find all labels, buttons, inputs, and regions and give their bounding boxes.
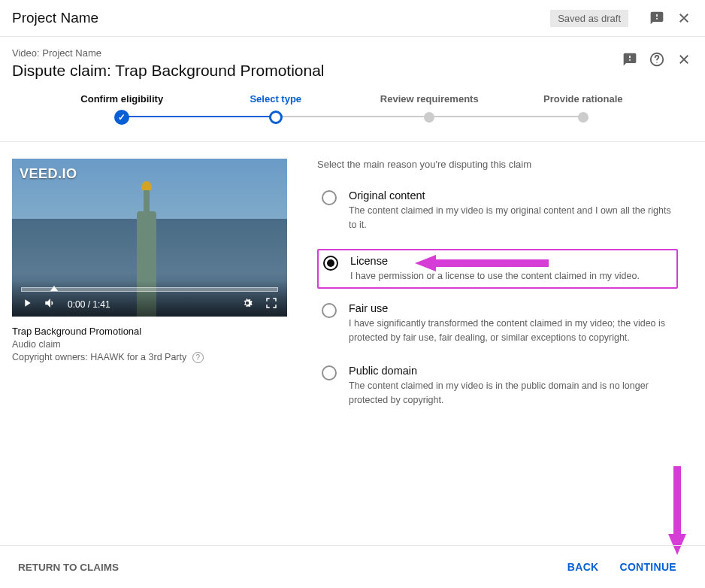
svg-point-1	[656, 62, 657, 62]
option-title: Public domain	[349, 365, 673, 377]
radio-icon[interactable]	[323, 256, 338, 271]
claim-type: Audio claim	[12, 339, 287, 350]
annotation-arrow-icon	[413, 253, 549, 273]
step-circle-icon	[578, 112, 589, 123]
option-desc: I have significantly transformed the con…	[349, 317, 673, 345]
video-controls: 0:00 / 1:41	[12, 280, 287, 317]
step-label: Provide rationale	[543, 93, 622, 105]
step-confirm-eligibility[interactable]: Confirm eligibility	[45, 93, 199, 125]
video-watermark: VEED.IO	[20, 166, 77, 182]
step-line	[276, 116, 430, 117]
step-select-type[interactable]: Select type	[199, 93, 353, 124]
option-fair-use[interactable]: Fair use I have significantly transforme…	[317, 299, 678, 348]
option-license[interactable]: License I have permission or a license t…	[317, 249, 678, 289]
project-title: Project Name	[12, 10, 550, 26]
option-title: Original content	[349, 189, 673, 202]
step-line	[429, 116, 583, 117]
video-title: Trap Background Promotional	[12, 326, 287, 337]
footer: RETURN TO CLAIMS BACK CONTINUE	[0, 545, 705, 588]
step-circle-done-icon	[114, 110, 129, 125]
top-bar: Project Name Saved as draft	[0, 0, 705, 37]
reasons-prompt: Select the main reason you're disputing …	[317, 159, 678, 170]
back-button[interactable]: BACK	[557, 555, 610, 579]
volume-icon[interactable]	[44, 296, 57, 312]
video-player[interactable]: VEED.IO 0:00 / 1:41	[12, 159, 287, 317]
step-review-requirements: Review requirements	[352, 93, 507, 123]
copyright-owners: Copyright owners: HAAWK for a 3rd Party …	[12, 352, 287, 363]
stepper: Confirm eligibility Select type Review r…	[0, 80, 705, 142]
continue-button[interactable]: CONTINUE	[609, 555, 687, 579]
progress-knob-icon[interactable]	[50, 286, 58, 291]
close-icon[interactable]	[675, 50, 693, 68]
reasons-column: Select the main reason you're disputing …	[317, 159, 693, 423]
option-desc: The content claimed in my video is in th…	[349, 379, 673, 408]
step-circle-active-icon	[269, 111, 283, 124]
video-column: VEED.IO 0:00 / 1:41 Trap Background Prom…	[12, 159, 287, 423]
help-icon[interactable]: ?	[192, 352, 204, 363]
close-icon[interactable]	[675, 9, 693, 27]
video-progress-bar[interactable]	[21, 287, 278, 292]
step-provide-rationale: Provide rationale	[507, 93, 661, 123]
play-icon[interactable]	[21, 297, 33, 311]
video-time: 0:00 / 1:41	[68, 299, 110, 310]
radio-icon[interactable]	[322, 190, 337, 205]
radio-icon[interactable]	[322, 303, 337, 318]
option-title: Fair use	[349, 302, 673, 314]
step-label: Select type	[250, 93, 301, 105]
content: VEED.IO 0:00 / 1:41 Trap Background Prom…	[0, 142, 705, 423]
annotation-arrow-icon	[666, 466, 688, 555]
settings-icon[interactable]	[241, 296, 254, 312]
fullscreen-icon[interactable]	[265, 296, 278, 312]
feedback-icon[interactable]	[621, 50, 639, 68]
page-title: Dispute claim: Trap Background Promotion…	[12, 62, 612, 80]
option-original-content[interactable]: Original content The content claimed in …	[317, 186, 678, 235]
breadcrumb: Video: Project Name	[12, 47, 612, 59]
option-public-domain[interactable]: Public domain The content claimed in my …	[317, 362, 678, 411]
radio-icon[interactable]	[322, 365, 337, 380]
feedback-icon[interactable]	[648, 9, 666, 27]
option-desc: The content claimed in my video is my or…	[349, 204, 673, 232]
help-icon[interactable]	[648, 50, 666, 68]
step-line	[122, 116, 276, 117]
step-label: Confirm eligibility	[80, 93, 163, 105]
step-label: Review requirements	[380, 93, 479, 105]
saved-badge: Saved as draft	[550, 10, 628, 27]
return-to-claims-button[interactable]: RETURN TO CLAIMS	[18, 562, 119, 573]
step-circle-icon	[424, 112, 434, 123]
sub-header: Video: Project Name Dispute claim: Trap …	[0, 37, 705, 80]
